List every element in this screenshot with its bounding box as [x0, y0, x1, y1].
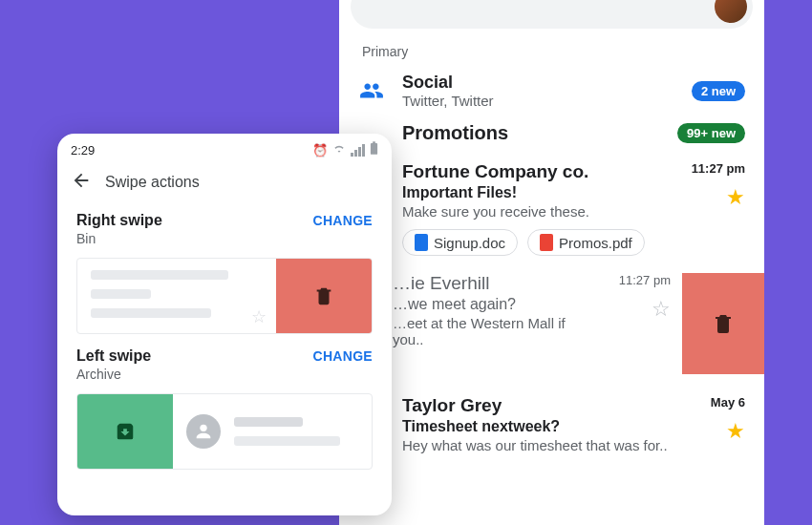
alarm-icon: ⏰ [312, 143, 328, 158]
archive-icon [115, 421, 136, 442]
email-sender: …ie Everhill [393, 273, 596, 294]
promotions-title: Promotions [402, 122, 508, 144]
trash-icon [313, 285, 334, 306]
email-preview: Make sure you receive these. [402, 203, 671, 220]
arrow-back-icon [71, 170, 92, 191]
trash-icon [712, 312, 735, 335]
star-icon[interactable]: ★ [726, 419, 745, 444]
star-outline-icon[interactable]: ☆ [652, 297, 671, 322]
right-swipe-change-button[interactable]: CHANGE [313, 213, 373, 228]
left-swipe-change-button[interactable]: CHANGE [313, 348, 373, 364]
file-icon [540, 234, 553, 251]
right-swipe-preview: ☆ [76, 258, 373, 334]
swipe-settings-screen: 2:29 ⏰ Swipe actions Right swipe Bin CHA… [57, 134, 392, 515]
attachment-chip[interactable]: Promos.pdf [527, 229, 645, 256]
email-subject: Timesheet nextweek? [402, 418, 671, 435]
right-swipe-section: Right swipe Bin CHANGE ☆ [57, 212, 392, 347]
right-swipe-title: Right swipe [76, 212, 162, 229]
star-icon[interactable]: ★ [726, 185, 745, 210]
email-preview: …eet at the Western Mall if you.. [393, 315, 596, 347]
promotions-badge: 99+ new [677, 123, 745, 143]
attachment-name: Promos.pdf [559, 235, 632, 251]
email-sender: Fortune Company co. [402, 161, 671, 182]
email-row[interactable]: Taylor Grey Timesheet nextweek? Hey what… [402, 395, 745, 453]
primary-tab-label[interactable]: Primary [362, 44, 745, 59]
email-time: 11:27 pm [671, 161, 745, 176]
avatar-placeholder-icon [186, 414, 221, 449]
left-swipe-section: Left swipe Archive CHANGE [57, 347, 392, 483]
wifi-icon [332, 142, 346, 158]
email-sender: Taylor Grey [402, 395, 671, 416]
left-swipe-action: Archive [76, 367, 151, 382]
battery-icon [370, 141, 378, 158]
svg-point-2 [200, 425, 206, 431]
status-bar: 2:29 ⏰ [57, 134, 392, 166]
svg-rect-0 [371, 143, 377, 155]
category-social[interactable]: Social Twitter, Twitter 2 new [358, 73, 745, 109]
clock: 2:29 [71, 143, 95, 158]
social-badge: 2 new [692, 81, 745, 101]
delete-action-preview [276, 259, 372, 333]
email-time: 11:27 pm [596, 273, 671, 287]
attachment-chip[interactable]: Signup.doc [402, 229, 518, 256]
file-icon [415, 234, 428, 251]
email-row-swiped[interactable]: …ie Everhill …we meet again? …eet at the… [339, 273, 764, 378]
email-subject: Important Files! [402, 184, 671, 201]
inbox-screen: Primary Social Twitter, Twitter 2 new Pr… [339, 0, 764, 525]
app-bar: Swipe actions [57, 166, 392, 212]
archive-action-preview [77, 394, 173, 469]
account-avatar[interactable] [715, 0, 747, 23]
left-swipe-preview [76, 393, 373, 470]
people-icon [358, 78, 385, 103]
screen-title: Swipe actions [105, 174, 200, 191]
star-outline-icon: ☆ [251, 306, 267, 327]
email-time: May 6 [671, 395, 745, 410]
left-swipe-title: Left swipe [76, 347, 151, 365]
attachment-name: Signup.doc [434, 235, 505, 251]
category-promotions[interactable]: Promotions 99+ new [402, 122, 745, 144]
email-row[interactable]: Fortune Company co. Important Files! Mak… [402, 161, 745, 256]
signal-icon [351, 144, 365, 157]
social-title: Social [402, 73, 674, 93]
svg-rect-1 [373, 141, 375, 143]
email-preview: Hey what was our timesheet that was for.… [402, 437, 671, 453]
back-button[interactable] [71, 170, 92, 195]
search-bar[interactable] [351, 0, 753, 29]
email-subject: …we meet again? [393, 296, 596, 313]
social-subtitle: Twitter, Twitter [402, 93, 674, 109]
swipe-delete-action[interactable] [682, 273, 764, 374]
right-swipe-action: Bin [76, 231, 162, 246]
